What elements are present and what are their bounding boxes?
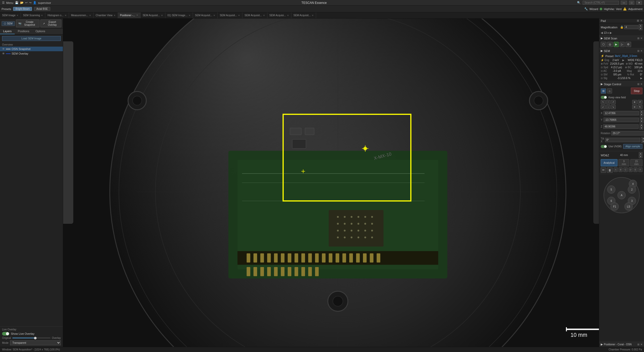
stage-expand-icon[interactable]: ⊞ [637, 83, 639, 85]
undo-icon[interactable]: ↩ [25, 1, 28, 4]
scan-settings-icon[interactable]: ⚙ [625, 42, 631, 47]
tab-sem-scanning[interactable]: SEM Scanning ✕ [21, 12, 45, 19]
mag-preset-icon[interactable]: ◀ [601, 31, 603, 35]
mag-up-button[interactable]: ▲ [639, 24, 642, 27]
sem-scan-header[interactable]: ▶ SEM Scan ⊞ ✕ [599, 36, 644, 41]
sem-section-close-icon[interactable]: ✕ [640, 49, 642, 52]
stage-z-down[interactable]: ⊖ [632, 105, 637, 109]
tab-sem-acq-1[interactable]: SEM Acquisit... ✕ [141, 12, 165, 19]
stage-arrow-br[interactable]: ↘ [611, 105, 616, 109]
pos-delete-icon[interactable]: 🗑 [607, 167, 613, 173]
pad-expand-icon[interactable]: ⊞ [637, 19, 639, 22]
tab-close-11[interactable]: ✕ [287, 14, 289, 17]
tab-close-3[interactable]: ✕ [89, 14, 91, 17]
stage-rot-input[interactable] [611, 131, 644, 135]
wizard-label[interactable]: Wizard [589, 7, 598, 11]
stage-home-icon[interactable]: ⌂ [607, 88, 612, 93]
stage-tiltx-down-btn[interactable]: ▼ [641, 140, 644, 143]
stage-x-input[interactable] [604, 111, 639, 115]
stage-rot-left[interactable]: ↺ [638, 100, 642, 104]
use-uv-toggle[interactable] [601, 145, 607, 148]
export-overlay-button[interactable]: ↗ Export Overlay [40, 20, 61, 27]
pos-e-btn[interactable]: E [633, 167, 638, 172]
scan-play-once-button[interactable]: ▷ [620, 42, 625, 47]
load-sem-button[interactable]: Load SEM Image [2, 36, 61, 41]
preset-axial-bse[interactable]: Axial BSE [34, 7, 50, 11]
stage-arrow-up[interactable]: ↑ [606, 100, 610, 104]
layer-item-osn[interactable]: 👁 OSN Snapshot [0, 47, 63, 51]
scan-target-icon[interactable]: ◎ [607, 42, 613, 47]
positioner-close-icon[interactable]: ✕ [640, 343, 642, 346]
tab-layers[interactable]: Layers [0, 29, 15, 34]
positioner-header[interactable]: ▶ Positioner - Coral - OSN ⊞ ✕ [599, 342, 644, 347]
tab-sem-acq-2[interactable]: SEM Acquisit... ✕ [193, 12, 218, 19]
tab-close-8[interactable]: ✕ [213, 14, 215, 17]
nav-pos-5[interactable]: 5 [607, 185, 615, 194]
mag-lock-icon[interactable]: 🔒 [620, 25, 624, 29]
analytical-button[interactable]: Analytical [601, 159, 617, 166]
stage-z-up[interactable]: ⊕ [632, 100, 637, 104]
sem-section-header[interactable]: ▶ SEM ⊞ ✕ [599, 48, 644, 53]
align-sample-button[interactable]: Align sample [623, 144, 642, 149]
pos-c-btn[interactable]: C [623, 167, 628, 172]
tab-sem-image-01[interactable]: 01) SEM Image... ✕ [165, 12, 193, 19]
stage-z-up-btn[interactable]: ▲ [640, 124, 643, 126]
live-overlay-toggle[interactable] [2, 332, 9, 336]
nav-pos-2[interactable]: 2 [628, 185, 636, 194]
nav-pos-ls[interactable]: LS [624, 202, 633, 211]
tab-close-6[interactable]: ✕ [161, 14, 163, 17]
sem-scan-close-icon[interactable]: ✕ [640, 37, 642, 40]
maximize-button[interactable]: □ [629, 1, 634, 5]
wd-z-down[interactable]: ▼ [639, 155, 642, 158]
scan-play-button[interactable]: ▶ [614, 42, 619, 47]
tab-measurement[interactable]: Measuremen... ✕ [69, 12, 94, 19]
center-image-area[interactable]: X-MX-10 10 mm [63, 19, 599, 347]
wd-z-up[interactable]: ▲ [639, 152, 642, 155]
nav-pos-f1[interactable]: F1 [611, 202, 619, 211]
tab-close-4[interactable]: ✕ [114, 14, 116, 17]
15mm-button[interactable]: 15 mm [630, 159, 642, 166]
vent-label[interactable]: Vent [616, 7, 622, 11]
tab-close-10[interactable]: ✕ [263, 14, 265, 17]
tab-close-1[interactable]: ✕ [41, 14, 43, 17]
sem-section-expand-icon[interactable]: ⊞ [637, 49, 639, 52]
highvac-label[interactable]: HighVac [604, 7, 614, 11]
stage-close-icon[interactable]: ✕ [640, 83, 642, 85]
stop-button[interactable]: Stop [631, 88, 642, 94]
eye-icon-1[interactable]: 👁 [2, 52, 5, 55]
mode-select[interactable]: Transparent Overlay Blend [10, 340, 61, 345]
stage-tiltx-up-btn[interactable]: ▲ [641, 137, 644, 140]
stage-y-input[interactable] [604, 118, 639, 122]
pos-d-btn[interactable]: D [629, 167, 633, 172]
stage-x-down[interactable]: ▼ [640, 113, 643, 116]
preset-bright-beam[interactable]: Bright Beam [13, 7, 32, 11]
menu-label[interactable]: Menu [6, 1, 13, 4]
adjustment-label[interactable]: Adjustment [628, 7, 642, 11]
9mm-button[interactable]: 9 mm [618, 159, 629, 166]
stage-z-input[interactable] [603, 124, 639, 129]
minimize-button[interactable]: — [621, 1, 627, 5]
mag-preset-icon-right[interactable]: ▶ [610, 31, 612, 35]
tab-close-0[interactable]: ✕ [16, 14, 19, 17]
tab-close-9[interactable]: ✕ [238, 14, 240, 17]
tab-sem-acq-5[interactable]: SEM Acquisi... ✕ [267, 12, 291, 19]
search-input[interactable] [583, 1, 619, 5]
pos-a-btn[interactable]: A [614, 167, 618, 172]
eye-icon-0[interactable]: 👁 [2, 47, 5, 50]
positioner-expand-icon[interactable]: ⊞ [637, 343, 639, 346]
tab-sem-acq-3[interactable]: SEM Acquisit... ✕ [218, 12, 242, 19]
sem-scan-expand-icon[interactable]: ⊞ [637, 37, 639, 40]
tab-close-2[interactable]: ✕ [65, 14, 67, 17]
stage-arrow-tl[interactable]: ↖ [601, 100, 606, 104]
stage-arrow-down[interactable]: ↓ [606, 105, 610, 109]
tab-sem-acq-6[interactable]: SEM Acquisit... ✕ [291, 12, 316, 19]
tab-close-12[interactable]: ✕ [312, 14, 314, 17]
tab-sem-image[interactable]: SEM Image ✕ [0, 12, 21, 19]
tab-histogram[interactable]: Histogram o... ✕ [45, 12, 69, 19]
stage-y-down[interactable]: ▼ [640, 120, 643, 123]
nav-circle[interactable]: ✛ 4 5 3 A 6 F1 LS 2 [604, 177, 640, 213]
open-icon[interactable]: 📂 [20, 1, 24, 4]
tab-options[interactable]: Options [32, 29, 48, 34]
stage-rot-right[interactable]: ↻ [638, 105, 642, 109]
stage-arrow-bl[interactable]: ↙ [601, 105, 606, 109]
